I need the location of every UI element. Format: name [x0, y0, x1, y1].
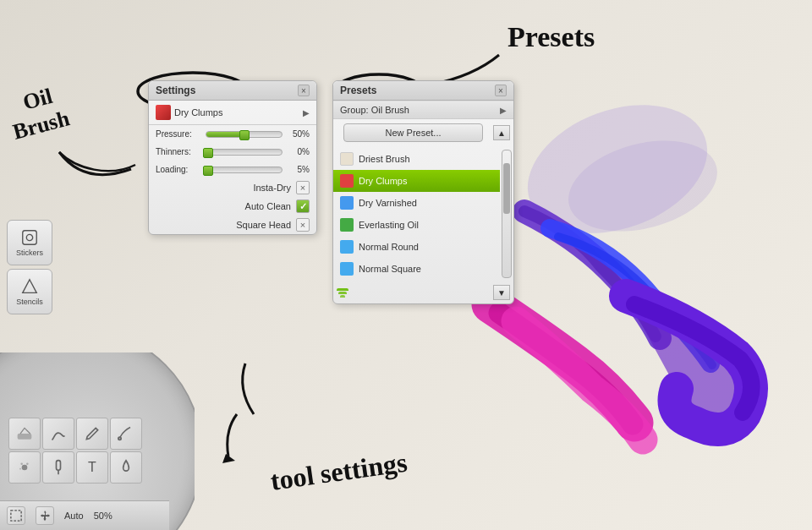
- settings-preset-selector[interactable]: Dry Clumps ▶: [149, 101, 316, 125]
- thinners-row: Thinners: 0%: [149, 143, 316, 161]
- preset-item-normal-square[interactable]: Normal Square: [333, 258, 500, 280]
- tool-item-6[interactable]: [42, 451, 74, 484]
- svg-point-15: [26, 463, 29, 466]
- presets-list: Driest Brush Dry Clumps Dry Varnished Ev…: [333, 146, 500, 281]
- normal-square-label: Normal Square: [359, 264, 421, 274]
- loading-thumb[interactable]: [203, 166, 213, 176]
- square-head-checkbox[interactable]: ×: [296, 218, 310, 232]
- pressure-label: Pressure:: [156, 129, 202, 139]
- normal-square-icon: [340, 262, 354, 276]
- preset-item-normal-round[interactable]: Normal Round: [333, 236, 500, 258]
- text-tool-icon: T: [88, 460, 96, 475]
- new-preset-button[interactable]: New Preset...: [343, 123, 483, 142]
- tool-item-8[interactable]: [110, 451, 142, 484]
- new-preset-label: New Preset...: [385, 128, 441, 138]
- move-tool-btn[interactable]: [36, 506, 54, 525]
- driest-brush-label: Driest Brush: [359, 154, 410, 164]
- stickers-label: Stickers: [16, 249, 43, 257]
- svg-point-16: [19, 468, 21, 470]
- pencil-icon: [84, 425, 101, 442]
- presets-scrollthumb[interactable]: [503, 163, 510, 214]
- settings-title-bar: Settings ×: [149, 81, 316, 101]
- wifi-row: ▼: [333, 281, 513, 303]
- brush-icon: [118, 425, 134, 442]
- tool-item-3[interactable]: [76, 418, 108, 450]
- settings-title: Settings: [156, 85, 195, 96]
- thinners-slider[interactable]: [206, 149, 283, 156]
- settings-panel: Settings × Dry Clumps ▶ Pressure: 50% Th…: [148, 80, 317, 235]
- loading-row: Loading: 5%: [149, 161, 316, 178]
- preset-item-dry-varnished[interactable]: Dry Varnished: [333, 192, 500, 214]
- tool-item-2[interactable]: [42, 418, 74, 450]
- loading-slider[interactable]: [206, 167, 283, 173]
- presets-title: Presets: [340, 85, 376, 96]
- presets-scrollbar: [500, 146, 513, 281]
- spray-icon: [16, 459, 33, 476]
- preset-selector-arrow: ▶: [303, 108, 310, 117]
- scroll-up-button[interactable]: ▲: [493, 125, 510, 140]
- eraser-icon: [16, 425, 33, 442]
- insta-dry-checkbox[interactable]: ×: [296, 181, 310, 194]
- selection-tool-btn[interactable]: [7, 506, 25, 525]
- svg-rect-18: [11, 511, 21, 521]
- loading-value: 5%: [286, 165, 310, 174]
- thinners-thumb[interactable]: [203, 148, 213, 158]
- svg-point-9: [26, 234, 32, 240]
- settings-close-button[interactable]: ×: [298, 85, 310, 96]
- stencil-icon: [20, 277, 39, 296]
- insta-dry-label: Insta-Dry: [253, 183, 291, 193]
- presets-content: Driest Brush Dry Clumps Dry Varnished Ev…: [333, 146, 513, 281]
- svg-rect-17: [57, 461, 61, 471]
- dry-varnished-label: Dry Varnished: [359, 198, 417, 208]
- tool-item-7[interactable]: T: [76, 451, 108, 484]
- normal-round-icon: [340, 240, 354, 254]
- everlasting-oil-label: Everlasting Oil: [359, 220, 419, 230]
- tool-palette-area: T Auto 50%: [0, 352, 195, 530]
- group-row[interactable]: Group: Oil Brush ▶: [333, 101, 513, 119]
- svg-point-14: [20, 463, 23, 466]
- preset-item-everlasting-oil[interactable]: Everlasting Oil: [333, 214, 500, 236]
- presets-scrolltrack[interactable]: [502, 150, 512, 278]
- preset-selector-left: Dry Clumps: [156, 105, 222, 120]
- bottom-bar: Auto 50%: [0, 500, 169, 530]
- pressure-fill: [206, 132, 244, 137]
- svg-rect-8: [23, 231, 37, 245]
- scroll-down-button[interactable]: ▼: [493, 285, 510, 300]
- loading-label: Loading:: [156, 165, 202, 174]
- svg-rect-11: [18, 434, 32, 440]
- auto-clean-row: Auto Clean ✓: [149, 197, 316, 216]
- dry-clumps-icon: [340, 174, 354, 188]
- wifi-icon: [337, 288, 348, 298]
- thinners-label: Thinners:: [156, 147, 202, 156]
- marker-icon: [50, 459, 67, 476]
- tool-items: T: [8, 418, 142, 484]
- settings-preset-name: Dry Clumps: [174, 107, 222, 117]
- pressure-slider[interactable]: [206, 131, 283, 138]
- presets-panel: Presets × Group: Oil Brush ▶ New Preset.…: [332, 80, 514, 304]
- sidebar-item-stickers[interactable]: Stickers: [7, 220, 52, 265]
- zoom-label: 50%: [94, 511, 112, 521]
- sidebar-item-stencils[interactable]: Stencils: [7, 269, 52, 314]
- tool-item-1[interactable]: [8, 418, 41, 450]
- stencils-label: Stencils: [16, 298, 43, 306]
- group-label: Group: Oil Brush: [340, 105, 409, 115]
- preset-item-dry-clumps[interactable]: Dry Clumps: [333, 170, 500, 192]
- auto-clean-label: Auto Clean: [245, 201, 291, 211]
- paint-icon: [50, 425, 67, 442]
- preset-item-driest-brush[interactable]: Driest Brush: [333, 148, 500, 170]
- tool-item-4[interactable]: [110, 418, 142, 450]
- auto-label: Auto: [64, 511, 84, 521]
- selection-icon: [10, 510, 22, 522]
- auto-clean-checkbox[interactable]: ✓: [296, 199, 310, 213]
- svg-marker-10: [23, 280, 37, 293]
- driest-brush-icon: [340, 152, 354, 166]
- dry-varnished-icon: [340, 196, 354, 210]
- presets-close-button[interactable]: ×: [495, 85, 507, 96]
- brush-preset-icon: [156, 105, 171, 120]
- tool-item-5[interactable]: [8, 451, 41, 484]
- sticker-icon: [20, 228, 39, 247]
- move-icon: [39, 510, 51, 522]
- square-head-label: Square Head: [236, 220, 291, 230]
- thinners-value: 0%: [286, 147, 310, 156]
- pressure-thumb[interactable]: [239, 130, 250, 140]
